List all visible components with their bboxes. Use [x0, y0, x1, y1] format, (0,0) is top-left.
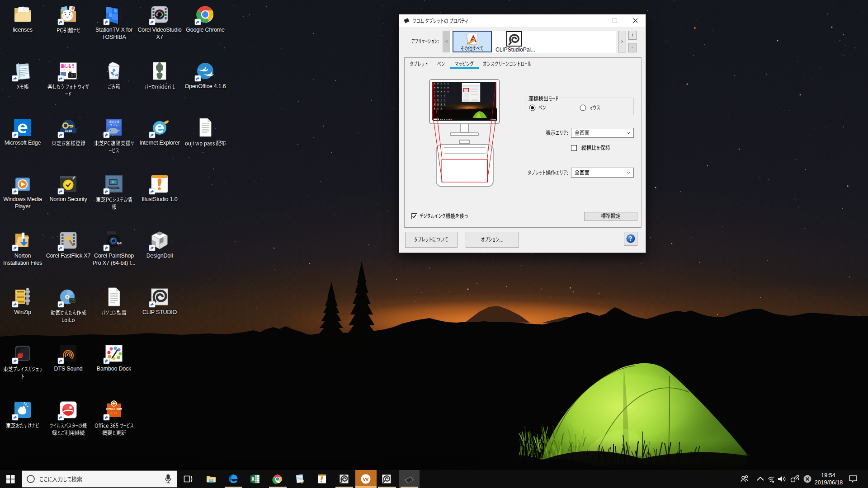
svg-text:64: 64 — [117, 241, 122, 245]
svg-text:?: ? — [629, 235, 632, 242]
svg-text:Office 365: Office 365 — [106, 407, 122, 411]
svg-text:1048: 1048 — [65, 129, 72, 132]
